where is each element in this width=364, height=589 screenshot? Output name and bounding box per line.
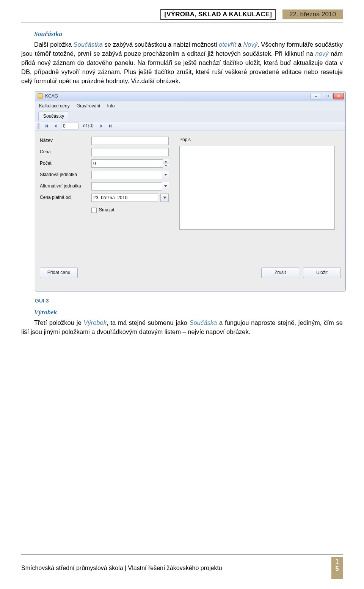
label-validfrom: Cena platná od [40,194,88,201]
altunit-dropdown[interactable] [91,182,169,191]
validfrom-datepicker[interactable] [91,194,158,202]
app-icon [38,93,43,99]
p1-link-novy: Nový [243,41,257,48]
unit-dropdown[interactable] [91,171,169,179]
gui-caption: GUI 3 [35,297,343,304]
nav-of-label: of {0} [81,123,96,129]
doc-title-box: [VÝROBA, SKLAD A KALKULACE] [160,9,276,20]
footer-page-box: 1 5 [331,557,343,579]
svg-marker-8 [109,124,111,128]
doc-footer: Smíchovská střední průmyslová škola | Vl… [21,554,343,579]
svg-marker-6 [55,124,56,128]
chevron-down-icon[interactable] [162,171,169,179]
tabbar: Součástky [35,110,345,121]
header-rule [21,22,343,22]
svg-marker-7 [100,124,102,128]
doc-header: [VÝROBA, SKLAD A KALKULACE] 22. března 2… [21,9,343,20]
menu-kalkulace[interactable]: Kalkulace ceny [39,103,70,109]
nav-first-icon[interactable] [43,123,50,129]
p2-link-vyrobek: Výrobek [83,319,107,326]
svg-marker-13 [164,185,167,187]
p2-link-soucaska: Součáska [190,319,217,326]
menubar: Kalkulace ceny Gravírování Info [35,101,345,110]
nav-position-input[interactable] [61,123,78,129]
menu-info[interactable]: Info [107,103,115,109]
label-desc: Popis [179,135,341,144]
toolbar-grip-icon [38,123,40,129]
price-input[interactable] [91,148,169,156]
close-button[interactable] [333,93,344,99]
p1-text-b: se zabývá součástkou a nabízí možnosti [103,41,219,48]
menu-gravirovani[interactable]: Gravírování [77,103,100,109]
tab-soucastky[interactable]: Součástky [38,112,69,121]
app-window: KCAG Kalkulace ceny Gravírování [35,91,346,291]
save-button[interactable]: Uložit [303,268,341,278]
desc-textarea[interactable] [179,146,335,230]
maximize-button[interactable] [322,93,333,99]
footer-page-a: 1 [336,558,339,565]
chevron-down-icon[interactable] [162,182,169,191]
paragraph-soucastka: Další položka Součástka se zabývá součás… [21,40,343,86]
name-input[interactable] [91,137,169,145]
calendar-dropdown-icon[interactable] [160,194,169,202]
footer-page-b: 5 [336,565,339,572]
add-price-button[interactable]: Přidat cenu [40,268,78,278]
spinner-down-icon[interactable] [163,164,169,168]
cancel-button[interactable]: Zrušit [261,268,299,278]
svg-marker-14 [163,197,166,199]
section-heading-soucastka: Součástka [34,29,343,39]
p1-link-otevrit: otevřít [219,41,236,48]
label-unit: Skladová jednotka [40,172,88,178]
section-heading-vyrobek: Výrobek [34,307,343,317]
label-altunit: Alternativní jednotka [40,183,88,189]
form-area: Název Cena Počet [35,131,345,230]
paragraph-vyrobek: Třetí položkou je Výrobek, ta má stejné … [21,318,343,337]
spinner-up-icon[interactable] [163,159,169,164]
count-spinner[interactable] [91,159,169,168]
doc-date-box: 22. března 2010 [282,9,343,19]
label-count: Počet [40,160,88,167]
titlebar[interactable]: KCAG [35,91,345,101]
nav-prev-icon[interactable] [52,123,59,129]
p1-link-novy2: nový [315,50,328,57]
app-lower: Přidat cenu Zrušit Uložit [35,230,345,291]
svg-marker-12 [164,174,167,176]
label-name: Název [40,137,88,144]
delete-checkbox[interactable] [91,208,97,213]
label-delete: Smazat [99,207,115,213]
p2-text-b: , ta má stejné submenu jako [107,319,190,326]
svg-marker-11 [165,165,167,167]
minimize-button[interactable] [311,93,321,99]
svg-marker-10 [165,161,167,162]
p1-text-a: Další položka [34,41,74,48]
footer-text: Smíchovská střední průmyslová škola | Vl… [21,565,222,572]
label-price: Cena [40,149,88,155]
svg-marker-5 [46,124,48,128]
nav-last-icon[interactable] [107,123,114,129]
p2-text-a: Třetí položkou je [34,319,83,326]
svg-rect-1 [326,95,329,97]
p1-text-c: a [236,41,243,48]
nav-next-icon[interactable] [98,123,105,129]
p1-link-soucastka: Součástka [74,41,103,48]
navigator-toolbar: of {0} [35,121,345,131]
window-title: KCAG [45,93,58,99]
